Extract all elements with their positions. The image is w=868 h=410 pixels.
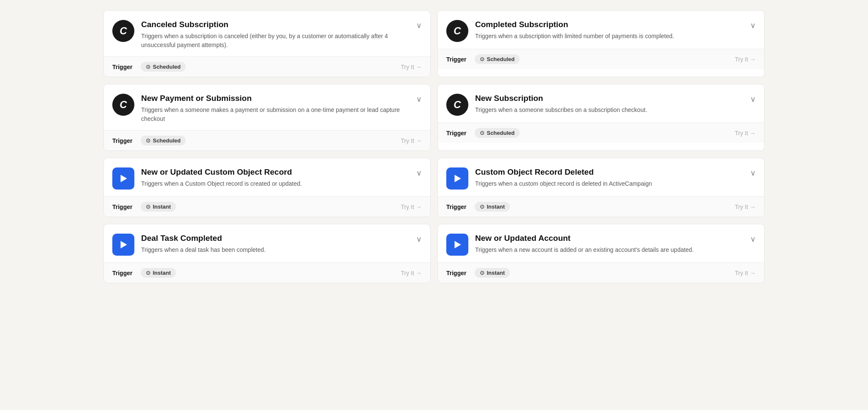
try-it-button[interactable]: Try It → (735, 130, 756, 137)
card-title: Completed Subscription (475, 20, 743, 29)
footer-left: Trigger ⊙ Instant (446, 268, 510, 278)
try-it-button[interactable]: Try It → (401, 64, 422, 70)
card-title: Custom Object Record Deleted (475, 167, 743, 177)
trigger-label: Trigger (446, 130, 466, 137)
app-icon (112, 167, 134, 190)
app-icon: C (446, 94, 468, 116)
app-icon (446, 234, 468, 256)
trigger-label: Trigger (446, 56, 466, 63)
chevron-down-icon[interactable]: ∨ (416, 21, 422, 30)
card-footer: Trigger ⊙ Instant Try It → (438, 262, 764, 283)
try-it-button[interactable]: Try It → (735, 56, 756, 63)
clock-icon: ⊙ (146, 64, 150, 70)
try-it-button[interactable]: Try It → (735, 204, 756, 210)
trigger-label: Trigger (112, 137, 132, 144)
card-content: New Payment or Submission Triggers when … (141, 94, 409, 123)
card-header: New or Updated Custom Object Record Trig… (104, 158, 430, 196)
card-footer: Trigger ⊙ Instant Try It → (104, 196, 430, 217)
trigger-card: New or Updated Account Triggers when a n… (437, 224, 765, 283)
app-icon: C (112, 20, 134, 42)
try-it-button[interactable]: Try It → (401, 270, 422, 276)
card-title: New Subscription (475, 94, 743, 103)
trigger-label: Trigger (112, 270, 132, 276)
card-content: Deal Task Completed Triggers when a deal… (141, 234, 409, 254)
card-content: New or Updated Custom Object Record Trig… (141, 167, 409, 188)
card-footer: Trigger ⊙ Scheduled Try It → (438, 123, 764, 143)
card-content: Custom Object Record Deleted Triggers wh… (475, 167, 743, 188)
footer-left: Trigger ⊙ Instant (446, 202, 510, 212)
card-header: C New Payment or Submission Triggers whe… (104, 84, 430, 130)
footer-left: Trigger ⊙ Instant (112, 202, 176, 212)
footer-left: Trigger ⊙ Instant (112, 268, 176, 278)
trigger-card: Deal Task Completed Triggers when a deal… (103, 224, 431, 283)
app-icon (112, 234, 134, 256)
card-footer: Trigger ⊙ Instant Try It → (104, 262, 430, 283)
badge-label: Instant (487, 204, 505, 210)
badge: ⊙ Scheduled (141, 62, 186, 72)
card-content: Completed Subscription Triggers when a s… (475, 20, 743, 41)
clock-icon: ⊙ (146, 270, 150, 276)
card-footer: Trigger ⊙ Scheduled Try It → (438, 49, 764, 69)
svg-marker-1 (455, 175, 461, 182)
badge-label: Scheduled (487, 130, 515, 136)
badge: ⊙ Instant (141, 202, 176, 212)
badge: ⊙ Scheduled (475, 54, 520, 64)
trigger-card: Custom Object Record Deleted Triggers wh… (437, 158, 765, 217)
card-description: Triggers when a someone makes a payment … (141, 106, 409, 123)
card-description: Triggers when a subscription with limite… (475, 32, 743, 41)
card-footer: Trigger ⊙ Scheduled Try It → (104, 130, 430, 151)
card-footer: Trigger ⊙ Instant Try It → (438, 196, 764, 217)
app-icon: C (112, 94, 134, 116)
card-description: Triggers when a new account is added or … (475, 245, 743, 254)
chevron-down-icon[interactable]: ∨ (416, 234, 422, 244)
chevron-down-icon[interactable]: ∨ (750, 234, 756, 244)
app-icon (446, 167, 468, 190)
svg-marker-3 (455, 241, 461, 248)
chevron-down-icon[interactable]: ∨ (750, 95, 756, 104)
badge-label: Instant (153, 270, 171, 276)
card-content: Canceled Subscription Triggers when a su… (141, 20, 409, 50)
trigger-label: Trigger (112, 64, 132, 70)
badge-label: Instant (153, 204, 171, 210)
clock-icon: ⊙ (480, 130, 484, 136)
badge-label: Instant (487, 270, 505, 276)
card-header: Custom Object Record Deleted Triggers wh… (438, 158, 764, 196)
badge: ⊙ Scheduled (475, 128, 520, 138)
badge: ⊙ Scheduled (141, 136, 186, 145)
card-description: Triggers when a subscription is canceled… (141, 32, 409, 50)
trigger-card: C New Subscription Triggers when a someo… (437, 84, 765, 151)
card-title: Deal Task Completed (141, 234, 409, 243)
card-header: C Canceled Subscription Triggers when a … (104, 11, 430, 56)
trigger-label: Trigger (446, 204, 466, 210)
card-title: New Payment or Submission (141, 94, 409, 103)
chevron-down-icon[interactable]: ∨ (416, 168, 422, 178)
chevron-down-icon[interactable]: ∨ (750, 21, 756, 30)
badge-label: Scheduled (487, 56, 515, 62)
trigger-card: New or Updated Custom Object Record Trig… (103, 158, 431, 217)
app-icon: C (446, 20, 468, 42)
card-footer: Trigger ⊙ Scheduled Try It → (104, 56, 430, 77)
svg-marker-2 (121, 241, 127, 248)
clock-icon: ⊙ (480, 270, 484, 276)
try-it-button[interactable]: Try It → (735, 270, 756, 276)
try-it-button[interactable]: Try It → (401, 137, 422, 144)
card-title: Canceled Subscription (141, 20, 409, 29)
card-content: New or Updated Account Triggers when a n… (475, 234, 743, 254)
trigger-card: C New Payment or Submission Triggers whe… (103, 84, 431, 151)
chevron-down-icon[interactable]: ∨ (416, 95, 422, 104)
badge-label: Scheduled (153, 64, 181, 70)
card-header: New or Updated Account Triggers when a n… (438, 224, 764, 262)
badge: ⊙ Instant (141, 268, 176, 278)
trigger-card: C Completed Subscription Triggers when a… (437, 10, 765, 77)
card-description: Triggers when a deal task has been compl… (141, 245, 409, 254)
card-grid: C Canceled Subscription Triggers when a … (103, 10, 765, 283)
trigger-label: Trigger (446, 270, 466, 276)
clock-icon: ⊙ (480, 204, 484, 210)
chevron-down-icon[interactable]: ∨ (750, 168, 756, 178)
try-it-button[interactable]: Try It → (401, 204, 422, 210)
clock-icon: ⊙ (146, 204, 150, 210)
card-header: C New Subscription Triggers when a someo… (438, 84, 764, 123)
badge: ⊙ Instant (475, 202, 510, 212)
card-description: Triggers when a someone subscribes on a … (475, 106, 743, 114)
badge-label: Scheduled (153, 137, 181, 144)
